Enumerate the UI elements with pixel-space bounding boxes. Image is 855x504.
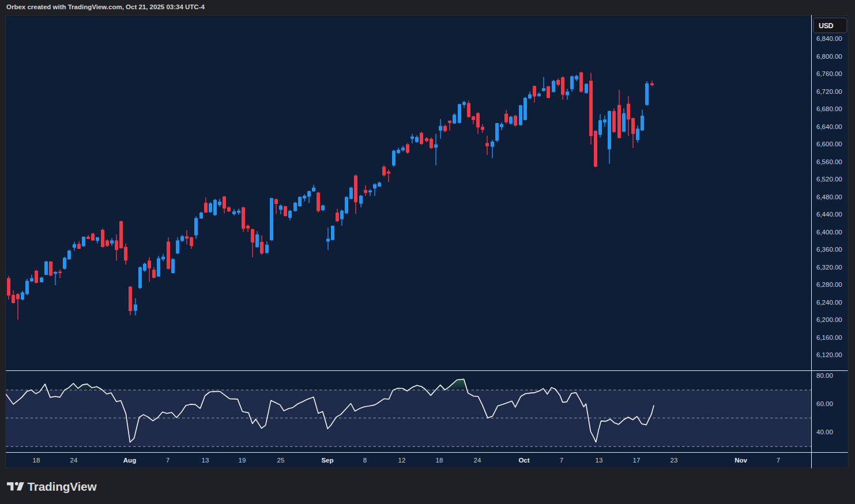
svg-text:17: 17	[633, 457, 641, 464]
svg-text:18: 18	[33, 457, 40, 464]
svg-text:8: 8	[363, 457, 367, 464]
svg-text:13: 13	[202, 457, 209, 464]
svg-text:13: 13	[596, 457, 603, 464]
svg-text:Nov: Nov	[735, 457, 747, 464]
svg-text:6,120.00: 6,120.00	[816, 351, 842, 358]
svg-text:6,360.00: 6,360.00	[816, 246, 842, 253]
svg-text:24: 24	[474, 457, 481, 464]
svg-text:Oct: Oct	[518, 457, 529, 464]
svg-text:23: 23	[671, 457, 678, 464]
svg-text:6,800.00: 6,800.00	[816, 53, 842, 60]
svg-text:60.00: 60.00	[816, 400, 833, 407]
svg-text:7: 7	[166, 457, 170, 464]
svg-text:6,280.00: 6,280.00	[816, 281, 842, 288]
svg-text:18: 18	[436, 457, 443, 464]
svg-text:Sep: Sep	[321, 457, 333, 464]
svg-text:24: 24	[70, 457, 78, 464]
svg-text:80.00: 80.00	[816, 372, 833, 379]
svg-text:6,480.00: 6,480.00	[816, 194, 842, 200]
svg-text:7: 7	[560, 457, 563, 464]
svg-text:6,560.00: 6,560.00	[816, 158, 842, 165]
svg-text:USD: USD	[819, 22, 834, 30]
svg-text:6,160.00: 6,160.00	[816, 334, 842, 341]
svg-text:Aug: Aug	[123, 457, 136, 464]
svg-text:6,840.00: 6,840.00	[816, 35, 842, 42]
svg-text:12: 12	[398, 457, 406, 464]
svg-text:6,600.00: 6,600.00	[816, 141, 842, 147]
svg-text:7: 7	[777, 457, 780, 464]
svg-text:6,640.00: 6,640.00	[816, 123, 842, 130]
svg-text:19: 19	[239, 457, 246, 464]
svg-text:6,680.00: 6,680.00	[816, 105, 842, 112]
svg-text:6,760.00: 6,760.00	[816, 70, 842, 77]
svg-text:6,440.00: 6,440.00	[816, 211, 842, 218]
svg-text:6,520.00: 6,520.00	[816, 176, 842, 183]
svg-text:25: 25	[277, 457, 285, 464]
svg-text:6,320.00: 6,320.00	[816, 264, 842, 271]
svg-text:6,400.00: 6,400.00	[816, 229, 842, 236]
svg-text:40.00: 40.00	[816, 429, 833, 435]
svg-text:6,720.00: 6,720.00	[816, 88, 842, 95]
svg-text:6,240.00: 6,240.00	[816, 299, 842, 306]
svg-text:6,200.00: 6,200.00	[816, 316, 842, 323]
